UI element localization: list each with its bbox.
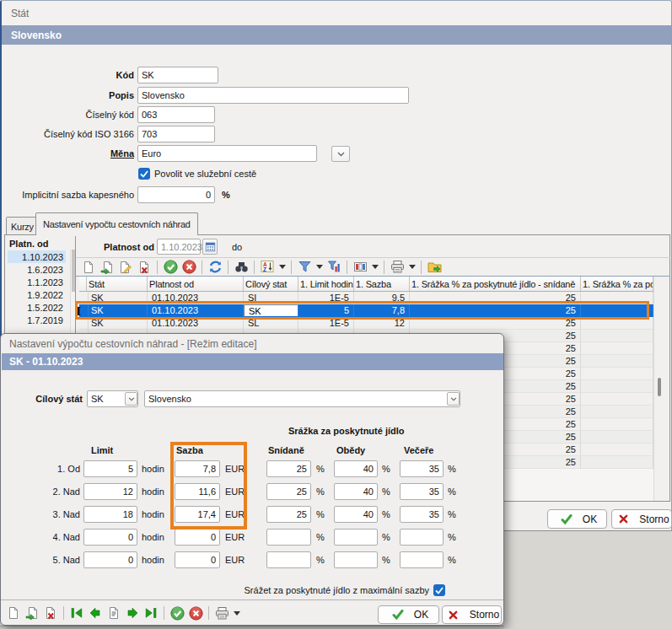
grid-column-header[interactable]: Cílový stat bbox=[244, 277, 298, 291]
nav-last-icon[interactable] bbox=[144, 606, 159, 621]
validity-date-item[interactable]: 1.1.2023 bbox=[8, 276, 66, 288]
limit-input[interactable]: 0 bbox=[83, 551, 137, 568]
new-page-icon[interactable] bbox=[82, 260, 96, 274]
snidane-input[interactable]: 25 bbox=[266, 483, 311, 500]
cancel-circle-icon[interactable] bbox=[189, 606, 203, 621]
cilovy-stat-code-dropdown[interactable] bbox=[125, 392, 137, 406]
grid-column-header[interactable]: 1. Limit hodin bbox=[298, 277, 354, 291]
ok-button[interactable]: OK bbox=[547, 509, 607, 529]
dropdown-caret-icon[interactable] bbox=[315, 265, 323, 269]
ok-circle-icon[interactable] bbox=[170, 606, 185, 621]
grid-cell[interactable]: 01.10.2023 bbox=[148, 292, 244, 304]
validity-date-item[interactable]: 1.9.2022 bbox=[8, 288, 66, 301]
grid-cell[interactable] bbox=[581, 393, 653, 406]
grid-column-header[interactable]: Platnost od bbox=[148, 277, 244, 291]
kod-input[interactable]: SK bbox=[137, 67, 218, 83]
grid-row[interactable]: SK01.10.2023SI1E-59,525 bbox=[79, 292, 653, 304]
srazet-checkbox[interactable] bbox=[433, 584, 445, 596]
nav-next-icon[interactable] bbox=[126, 606, 140, 621]
vecere-input[interactable] bbox=[400, 529, 444, 546]
validity-date-item[interactable]: 1.10.2023 bbox=[8, 250, 66, 263]
grid-cell[interactable] bbox=[581, 418, 653, 431]
mena-combo[interactable]: Euro bbox=[137, 145, 317, 162]
copy-page-icon[interactable] bbox=[100, 260, 115, 274]
obedy-input[interactable] bbox=[334, 551, 378, 568]
limit-input[interactable]: 5 bbox=[83, 460, 137, 477]
grid-cell[interactable]: 5 bbox=[298, 304, 354, 317]
dialog-ok-button[interactable]: OK bbox=[378, 605, 439, 624]
grid-cell[interactable]: 01.10.2023 bbox=[148, 317, 244, 330]
grid-row[interactable]: SK01.10.2023SL1E-51225 bbox=[79, 317, 653, 330]
limit-input[interactable]: 12 bbox=[83, 483, 137, 500]
grid-cell[interactable] bbox=[581, 431, 653, 444]
obedy-input[interactable]: 40 bbox=[334, 483, 378, 500]
binoculars-icon[interactable] bbox=[234, 260, 249, 274]
sazba-input[interactable]: 0 bbox=[175, 551, 220, 568]
dropdown-caret-icon[interactable] bbox=[278, 265, 286, 269]
grid-cell[interactable]: 9,5 bbox=[354, 292, 410, 304]
grid-cell[interactable]: SL bbox=[244, 317, 298, 330]
dropdown-caret-icon[interactable] bbox=[408, 265, 416, 269]
tab-nastaveni[interactable]: Nastavení vypočtu cestovních náhrad bbox=[35, 212, 198, 235]
print-icon[interactable] bbox=[390, 260, 405, 274]
grid-cell[interactable]: SK bbox=[87, 292, 148, 304]
mena-label[interactable]: Měna bbox=[2, 145, 134, 162]
grid-scrollbar[interactable] bbox=[653, 277, 664, 501]
new-page-icon[interactable] bbox=[7, 606, 21, 621]
storno-button[interactable]: Storno bbox=[611, 509, 672, 529]
sazba-input[interactable]: 7,8 bbox=[175, 460, 220, 477]
limit-input[interactable]: 0 bbox=[83, 529, 137, 546]
print-icon[interactable] bbox=[215, 606, 229, 621]
mena-dropdown-button[interactable] bbox=[331, 146, 350, 162]
cilovy-stat-name-combo[interactable]: Slovensko bbox=[144, 390, 460, 407]
grid-cell[interactable] bbox=[581, 456, 653, 469]
filter-chart-icon[interactable] bbox=[327, 260, 341, 274]
snidane-input[interactable]: 25 bbox=[266, 460, 311, 477]
grid-cell[interactable]: SK bbox=[244, 304, 298, 317]
import-page-icon[interactable] bbox=[25, 606, 40, 621]
platnost-od-input[interactable]: 1.10.2023 bbox=[157, 239, 201, 255]
columns-icon[interactable] bbox=[353, 260, 368, 274]
grid-cell[interactable] bbox=[581, 355, 653, 368]
snidane-input[interactable] bbox=[266, 551, 311, 568]
ok-circle-icon[interactable] bbox=[164, 260, 178, 274]
refresh-icon[interactable] bbox=[208, 260, 223, 274]
grid-cell[interactable] bbox=[581, 368, 653, 380]
sazba-input[interactable]: 17,4 bbox=[175, 506, 220, 523]
ciselny-kod-iso-input[interactable]: 703 bbox=[137, 126, 215, 142]
vecere-input[interactable]: 35 bbox=[400, 506, 444, 523]
sazba-kapesneho-input[interactable]: 0 bbox=[137, 186, 215, 203]
grid-cell[interactable]: 12 bbox=[354, 317, 410, 330]
grid-column-header[interactable]: Stát bbox=[87, 277, 148, 291]
snidane-input[interactable]: 25 bbox=[266, 506, 311, 523]
nav-prev-icon[interactable] bbox=[89, 606, 103, 621]
validity-date-item[interactable]: 1.5.2022 bbox=[8, 301, 66, 314]
delete-page-icon[interactable] bbox=[44, 606, 58, 621]
grid-cell[interactable] bbox=[581, 317, 653, 330]
ciselny-kod-input[interactable]: 063 bbox=[137, 106, 215, 123]
cilovy-stat-name-dropdown[interactable] bbox=[447, 392, 460, 406]
povolit-checkbox[interactable] bbox=[138, 168, 150, 180]
validity-date-item[interactable]: 1.6.2023 bbox=[8, 263, 66, 276]
sort-az-icon[interactable]: AZ bbox=[261, 260, 275, 274]
dialog-storno-button[interactable]: Storno bbox=[442, 605, 502, 624]
obedy-input[interactable] bbox=[334, 529, 378, 546]
grid-cell[interactable] bbox=[581, 444, 653, 456]
grid-cell[interactable]: 1E-5 bbox=[298, 292, 354, 304]
tab-kurzy[interactable]: Kurzy bbox=[6, 217, 39, 235]
cancel-circle-icon[interactable] bbox=[182, 260, 196, 274]
grid-cell[interactable]: 25 bbox=[410, 304, 581, 317]
filter-icon[interactable] bbox=[298, 260, 312, 274]
grid-column-header[interactable] bbox=[79, 277, 87, 291]
grid-cell[interactable] bbox=[581, 292, 653, 304]
grid-cell[interactable] bbox=[581, 342, 653, 355]
snidane-input[interactable] bbox=[266, 529, 311, 546]
validity-date-item[interactable]: 1.7.2019 bbox=[8, 314, 66, 326]
sazba-input[interactable]: 0 bbox=[175, 529, 220, 546]
export-icon[interactable] bbox=[427, 260, 442, 274]
obedy-input[interactable]: 40 bbox=[334, 506, 378, 523]
dropdown-caret-icon[interactable] bbox=[233, 611, 240, 616]
grid-cell[interactable]: SK bbox=[87, 317, 148, 330]
grid-cell[interactable]: 7,8 bbox=[354, 304, 410, 317]
grid-cell[interactable]: SI bbox=[244, 292, 298, 304]
